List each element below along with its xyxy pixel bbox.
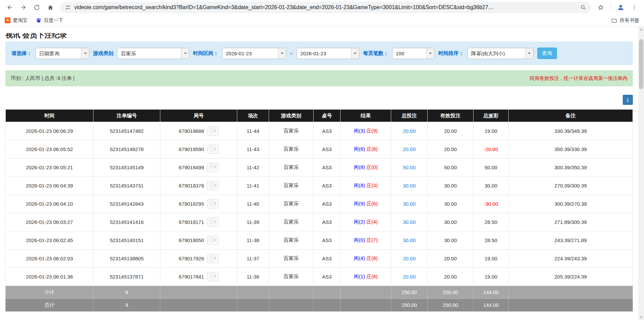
date-end-value: 2026-01-23 (297, 48, 351, 59)
scroll-down-arrow-icon[interactable]: ▼ (638, 314, 644, 320)
site-info-tune-icon[interactable] (65, 4, 71, 10)
chevron-down-icon[interactable] (426, 48, 434, 59)
payout-value: 28.50 (485, 237, 498, 243)
cell-note: 300.39/270.39 (509, 195, 633, 213)
cell-note: 224.39/243.39 (509, 250, 633, 268)
video-replay-button[interactable] (207, 126, 219, 136)
cell-result: 闲(6) 庄(8) (341, 140, 391, 158)
foot-valid-bet: 250.00 (428, 299, 474, 312)
cell-bet-number: 523145146278 (93, 140, 160, 158)
video-camera-icon (210, 165, 216, 171)
cell-result: 闲(4) 庄(8) (341, 250, 391, 268)
total-bet-link[interactable]: 50.00 (403, 165, 416, 170)
video-replay-button[interactable] (207, 236, 219, 245)
page-number-button[interactable]: 1 (623, 95, 633, 105)
scroll-up-arrow-icon[interactable]: ▲ (638, 26, 644, 32)
video-replay-button[interactable] (207, 217, 219, 227)
total-bet-link[interactable]: 20.00 (403, 256, 416, 261)
chevron-down-icon[interactable] (81, 48, 89, 59)
cell-bet-number: 523145147482 (93, 122, 160, 140)
video-replay-button[interactable] (207, 145, 219, 154)
cell-total-bet: 30.00 (391, 231, 428, 250)
game-category-value: 百家乐 (117, 48, 181, 59)
cell-note: 243.39/271.89 (509, 231, 633, 250)
video-replay-button[interactable] (207, 181, 219, 190)
search-button[interactable]: 查询 (537, 48, 557, 59)
column-header: 时间 (6, 110, 93, 122)
all-bookmarks-label: 所有书签 (620, 17, 639, 24)
total-bet-link[interactable]: 30.00 (403, 201, 416, 207)
home-button[interactable] (44, 1, 57, 13)
sort-order-select[interactable]: 降幂(由大到小) (467, 48, 534, 59)
cell-time: 2026-01-23 06:04:10 (6, 195, 93, 213)
column-header: 备注 (509, 110, 633, 122)
column-header: 桌号 (314, 110, 341, 122)
round-number-text: 679018295 (179, 201, 204, 207)
video-replay-button[interactable] (207, 199, 219, 208)
video-replay-button[interactable] (207, 272, 219, 281)
result-player: 闲(3) (354, 128, 365, 134)
result-banker: 庄(0) (367, 164, 378, 170)
payout-value: 19.00 (485, 128, 498, 134)
cell-table-number: AS3 (314, 158, 341, 177)
date-end-select[interactable]: 2026-01-23 (297, 48, 359, 59)
total-bet-link[interactable]: 20.00 (403, 274, 416, 280)
video-replay-button[interactable] (207, 163, 219, 172)
zoom-indicator-icon[interactable] (580, 4, 586, 10)
sort-order-label: 时间排序： (438, 50, 464, 57)
cell-time: 2026-01-23 06:04:39 (6, 177, 93, 195)
all-bookmarks-button[interactable]: 所有书签 (611, 17, 639, 24)
cell-session: 11-37 (237, 250, 269, 268)
result-player: 闲(9) (354, 201, 365, 206)
video-camera-icon (210, 237, 216, 243)
video-replay-button[interactable] (207, 254, 219, 263)
cell-total-bet: 30.00 (391, 195, 428, 213)
bookmark-label: 百度一下 (44, 17, 63, 24)
chevron-down-icon[interactable] (278, 48, 286, 59)
cell-total-bet: 30.00 (391, 177, 428, 195)
cell-bet-number: 523145143731 (93, 177, 160, 195)
vertical-scrollbar[interactable]: ▲ ▼ (638, 26, 644, 320)
foot-label: 小计 (6, 286, 93, 299)
total-bet-link[interactable]: 30.00 (403, 219, 416, 225)
scrollbar-thumb[interactable] (639, 39, 643, 89)
round-number-text: 679017841 (179, 274, 204, 280)
page-title: 视讯 会员下注纪录 (5, 33, 633, 39)
forward-button[interactable] (17, 1, 30, 13)
total-bet-link[interactable]: 30.00 (403, 237, 416, 243)
result-banker: 庄(7) (367, 237, 378, 243)
page-content: 视讯 会员下注纪录 请选择： 日期查询 游戏类别 百家乐 时间区间： 2026-… (0, 33, 638, 312)
cell-table-number: AS3 (314, 177, 341, 195)
round-number-text: 679017926 (179, 256, 204, 261)
page-size-select[interactable]: 100 (392, 48, 435, 59)
chevron-down-icon[interactable] (181, 48, 189, 59)
select-type-label: 请选择： (11, 50, 32, 57)
cell-table-number: AS3 (314, 231, 341, 250)
date-type-select[interactable]: 日期查询 (35, 48, 89, 59)
valid-bet-notice-text: 同局有效投注，统一计算在该局第一张注单内 (530, 75, 627, 82)
total-bet-link[interactable]: 30.00 (403, 183, 416, 188)
back-button[interactable] (3, 1, 16, 13)
bookmark-baidu[interactable]: 百度一下 (36, 17, 63, 24)
chevron-down-icon[interactable] (351, 48, 359, 59)
table-row: 2026-01-23 06:02:45523145140151679018050… (6, 231, 633, 250)
profile-avatar-button[interactable] (614, 1, 627, 13)
cell-round-number: 679017841 (160, 268, 237, 286)
game-category-select[interactable]: 百家乐 (117, 48, 189, 59)
date-start-select[interactable]: 2026-01-23 (222, 48, 286, 59)
payout-value: 19.00 (485, 274, 498, 280)
date-type-value: 日期查询 (36, 48, 81, 59)
chevron-down-icon[interactable] (525, 48, 533, 59)
cell-payout: 50.00 (474, 158, 509, 177)
bookmark-star-button[interactable] (594, 1, 607, 13)
total-bet-link[interactable]: 20.00 (403, 128, 416, 134)
reload-button[interactable] (30, 1, 43, 13)
column-header: 总派彩 (474, 110, 509, 122)
url-bar[interactable]: videoie.com/game/betrecord_search/kind3?… (60, 2, 591, 13)
video-camera-icon (210, 128, 216, 134)
sort-order-value: 降幂(由大到小) (468, 48, 525, 59)
total-bet-link[interactable]: 20.00 (403, 146, 416, 152)
cell-session: 11-43 (237, 140, 269, 158)
bookmark-taobao[interactable]: 淘 爱淘宝 (5, 17, 28, 24)
browser-menu-button[interactable] (628, 1, 641, 13)
